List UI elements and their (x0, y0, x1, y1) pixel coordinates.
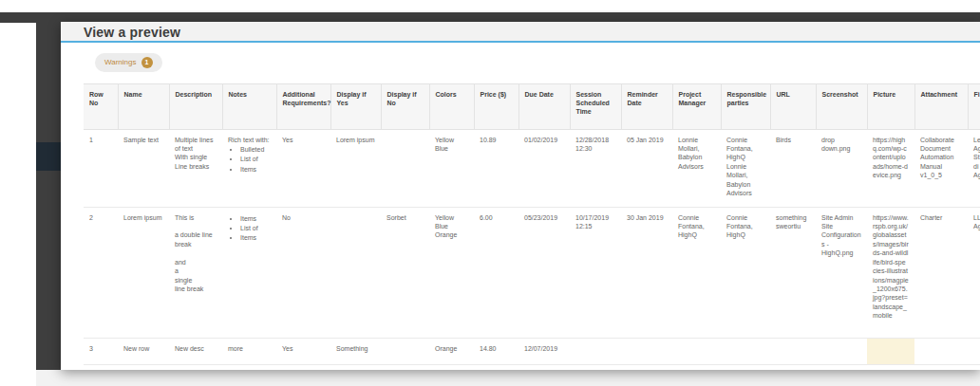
background-dimmed-page-strip (36, 12, 61, 373)
table-cell: 14.80 (474, 338, 518, 364)
table-cell: 2 (84, 207, 118, 338)
table-cell: Rich text with:BulletedList ofItems (222, 129, 276, 207)
table-cell: Le Ag St di Ag (968, 129, 980, 207)
table-cell: https://www.rspb.org.uk/globalassets/ima… (867, 207, 914, 338)
warnings-chip[interactable]: Warnings 1 (95, 53, 162, 72)
background-page-below-modal (36, 370, 980, 386)
table-cell: 10/17/2019 12:15 (570, 207, 621, 338)
table-cell: 30 Jan 2019 (621, 207, 672, 338)
table-cell: Lorem ipsum (118, 207, 169, 338)
table-row: 2Lorem ipsumThis is a double line break … (84, 207, 980, 338)
table-cell: something sweortiu (770, 207, 816, 338)
table-cell: more (222, 338, 276, 364)
table-cell: Charter (914, 207, 968, 338)
table-cell: drop down.png (816, 129, 867, 207)
table-row: 1Sample textMultiple lines of text With … (84, 129, 980, 207)
table-cell (672, 338, 721, 364)
table-cell: 05 Jan 2019 (621, 129, 672, 207)
column-header-14: URL (770, 83, 816, 129)
background-dimmed-sidebar-block (36, 142, 61, 171)
table-cell: Something (330, 338, 381, 364)
column-header-7: Colors (429, 83, 474, 129)
table-row: 3New rowNew descmoreYesSomethingOrange14… (84, 338, 980, 364)
table-cell: Collaborate Document Automation Manual v… (914, 129, 968, 207)
table-cell: Connie Fontana, HighQ Lonnie Mollari, Ba… (721, 129, 770, 207)
column-header-4: Additional Requirements? (276, 83, 330, 129)
table-cell: Site Admin Site Configurations - HighQ.p… (816, 207, 867, 338)
table-cell: 1 (84, 129, 118, 207)
table-cell (381, 129, 429, 207)
table-cell: Orange (429, 338, 474, 364)
column-header-16: Picture (867, 83, 914, 129)
column-header-0: Row No (84, 83, 118, 129)
column-header-2: Description (169, 83, 222, 129)
table-cell: Yes (276, 129, 330, 207)
column-header-8: Price ($) (474, 83, 518, 129)
table-cell (570, 338, 621, 364)
column-header-15: Screenshot (816, 83, 867, 129)
preview-table: Row NoNameDescriptionNotesAdditional Req… (84, 83, 980, 365)
table-cell: Connie Fontana, HighQ (721, 207, 770, 338)
table-cell: Lorem ipsum (330, 129, 381, 207)
column-header-12: Project Manager (672, 83, 721, 129)
warnings-count-badge: 1 (141, 57, 153, 68)
table-cell (867, 338, 914, 364)
table-cell: New desc (169, 338, 222, 364)
column-header-9: Due Date (518, 83, 570, 129)
column-header-1: Name (118, 83, 169, 129)
table-cell: Birds (770, 129, 816, 207)
table-cell (968, 338, 980, 364)
preview-modal: View a preview Warnings 1 Row NoNameDesc… (61, 22, 980, 370)
modal-title: View a preview (61, 22, 980, 43)
column-header-13: Responsible parties (721, 83, 770, 129)
table-cell (770, 338, 816, 364)
column-header-5: Display if Yes (330, 83, 381, 129)
table-cell: 12/07/2019 (518, 338, 570, 364)
table-cell: Yellow Blue (429, 129, 474, 207)
table-cell: Multiple lines of text With single Line … (169, 129, 222, 207)
table-cell (721, 338, 770, 364)
table-cell (914, 338, 968, 364)
table-cell: Yellow Blue Orange (429, 207, 474, 338)
table-header-row: Row NoNameDescriptionNotesAdditional Req… (84, 83, 980, 129)
column-header-3: Notes (222, 83, 276, 129)
warnings-label: Warnings (104, 58, 137, 66)
column-header-6: Display if No (381, 83, 429, 129)
table-cell: 10.89 (474, 129, 518, 207)
table-cell: 3 (84, 338, 118, 364)
modal-body: Warnings 1 Row NoNameDescriptionNotesAdd… (61, 43, 980, 365)
table-cell: New row (118, 338, 169, 364)
column-header-10: Session Scheduled Time (570, 83, 621, 129)
table-cell (330, 207, 381, 338)
table-cell (621, 338, 672, 364)
table-cell: This is a double line break and a single… (169, 207, 222, 338)
table-cell: Sorbet (381, 207, 429, 338)
table-cell: 01/02/2019 (518, 129, 570, 207)
table-cell: 05/23/2019 (518, 207, 570, 338)
column-header-11: Reminder Date (621, 83, 672, 129)
table-cell: 6.00 (474, 207, 518, 338)
table-cell (381, 338, 429, 364)
table-cell: LL Ag (968, 207, 980, 338)
table-cell (816, 338, 867, 364)
table-cell: No (276, 207, 330, 338)
screen: View a preview Warnings 1 Row NoNameDesc… (0, 0, 980, 386)
table-cell: Connie Fontana, HighQ (672, 207, 721, 338)
column-header-17: Attachment (914, 83, 968, 129)
table-cell: Sample text (118, 129, 169, 207)
column-header-18: Fi (968, 83, 980, 129)
table-cell: ItemsList ofItems (222, 207, 276, 338)
table-cell: 12/28/2018 12:30 (570, 129, 621, 207)
table-cell: Yes (276, 338, 330, 364)
table-cell: Lonnie Mollari, Babylon Advisors (672, 129, 721, 207)
table-cell: https://highq.com/wp-content/uploads/hom… (867, 129, 914, 207)
